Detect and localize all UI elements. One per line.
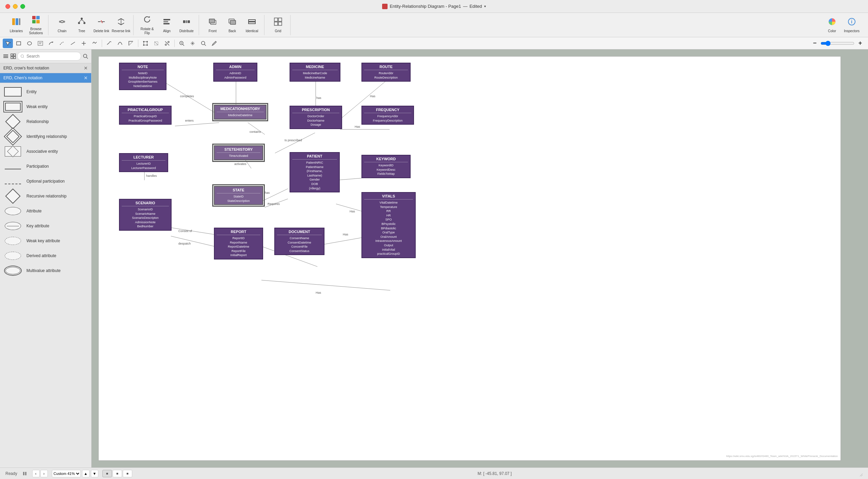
arc-tool[interactable] [126, 39, 136, 48]
zoom-down-button[interactable]: ▼ [91, 470, 98, 477]
svg-rect-39 [17, 42, 21, 45]
pan-tool[interactable] [188, 39, 198, 48]
entity-vitals[interactable]: VITALS VitalDatetimeTemperatureRRHRSPOBP… [361, 192, 416, 258]
library-crowfoot-header[interactable]: ERD, crow's foot notation ✕ [0, 63, 91, 73]
library-chen-close[interactable]: ✕ [84, 75, 88, 81]
svg-rect-70 [14, 57, 16, 59]
entity-document[interactable]: DOCUMENT ConsentNameConsentDatetimeConce… [274, 228, 324, 255]
ready-status: Ready [5, 471, 17, 476]
maximize-button[interactable] [20, 4, 25, 9]
connector-tool-3[interactable] [68, 39, 78, 48]
shape-item-key-attribute[interactable]: Key attribute [0, 218, 91, 233]
color-button[interactable]: Color [823, 15, 842, 35]
rotate-flip-button[interactable]: Rotate & Flip [138, 15, 157, 35]
entity-keyword[interactable]: KEYWORD KeywordIDKeywordDescFieldsToMap [361, 155, 411, 178]
distribute-button[interactable]: Distribute [177, 15, 196, 35]
sidebar-grid-view[interactable] [10, 51, 16, 61]
text-tool[interactable] [35, 39, 45, 48]
entity-statehistory[interactable]: STETEHISTORY TimeActivated [214, 145, 263, 160]
shape-item-recursive-relationship[interactable]: Recursive relationship [0, 189, 91, 204]
identical-button[interactable]: Identical [242, 15, 261, 35]
shape-item-attribute[interactable]: Attribute [0, 204, 91, 218]
page-tab-3[interactable]: ■ [123, 470, 132, 477]
rect-tool[interactable] [14, 39, 24, 48]
title-separator: — [463, 4, 468, 9]
select-tool[interactable] [3, 39, 13, 48]
shape-item-identifying-relationship[interactable]: Identifying relationship [0, 129, 91, 144]
prev-page-button[interactable]: ‹ [32, 470, 40, 477]
pen-tool[interactable] [209, 39, 219, 48]
shape-item-derived-attribute[interactable]: Derived attribute [0, 248, 91, 263]
shape-item-optional-participation[interactable]: Optional participation [0, 174, 91, 189]
entity-state[interactable]: STATE StateIDStateDescription [214, 186, 263, 205]
shape-item-relationship[interactable]: Relationship [0, 114, 91, 129]
library-crowfoot-close[interactable]: ✕ [84, 65, 88, 71]
zoom-slider[interactable] [821, 39, 854, 48]
search-button[interactable] [82, 51, 88, 61]
grid-button[interactable]: Grid [269, 15, 288, 35]
inspectors-button[interactable]: i Inspectors [842, 15, 861, 35]
entity-note[interactable]: NOTE NoteIDMultidisciplinaryNoteGroupMem… [119, 63, 166, 90]
entity-route[interactable]: ROUTE RouteAbbrRouteDescription [361, 63, 411, 82]
shape-item-associative-entity[interactable]: Associative entity [0, 144, 91, 159]
oval-tool[interactable] [24, 39, 35, 48]
shape-item-weak-entity[interactable]: Weak entity [0, 99, 91, 114]
bezier-tool[interactable] [115, 39, 125, 48]
zoom-in-btn[interactable]: + [855, 39, 865, 48]
magnify-tool[interactable] [198, 39, 209, 48]
pause-button[interactable] [21, 470, 28, 477]
svg-point-56 [165, 44, 166, 45]
connector-tool-1[interactable] [46, 39, 56, 48]
front-button[interactable]: Front [203, 15, 222, 35]
connector-tool-4[interactable] [79, 39, 89, 48]
svg-rect-67 [11, 54, 13, 56]
libraries-button[interactable]: Libraries [7, 15, 26, 35]
tools-separator-3 [174, 40, 175, 47]
canvas-area[interactable]: completes has Has enters contains Is pre… [92, 49, 868, 467]
zoom-up-button[interactable]: ▲ [82, 470, 90, 477]
freehand-tool[interactable] [104, 39, 114, 48]
tree-button[interactable]: Tree [72, 15, 91, 35]
browse-solutions-button[interactable]: Browse Solutions [26, 15, 45, 35]
search-input[interactable] [17, 52, 81, 61]
entity-lecturer[interactable]: LECTURER LecturerIDLecturerPassword [119, 153, 168, 172]
cut-tool[interactable] [162, 39, 172, 48]
entity-frequency[interactable]: FREQUENCY FrequencyAbbrFrequencyDescript… [361, 106, 414, 125]
next-page-button[interactable]: › [40, 470, 48, 477]
chain-label: Chain [58, 29, 66, 33]
sidebar-list-view[interactable] [3, 51, 9, 61]
reverse-link-button[interactable]: Reverse link [112, 15, 131, 35]
shape-item-weak-key-attribute[interactable]: Weak key attribute [0, 233, 91, 248]
entity-patient[interactable]: PATIENT PatientNRICPatientName(FirstName… [290, 152, 340, 192]
resize-handle[interactable] [857, 471, 863, 476]
back-button[interactable]: Back [223, 15, 242, 35]
entity-report[interactable]: REPORT ReportIDReportNameReportDatetimeR… [214, 228, 263, 259]
entity-practicalgroup[interactable]: PRACTICALGROUP PracticalGroupIDPractical… [119, 106, 172, 125]
shape-item-multivalue-attribute[interactable]: Multivalue attribute [0, 263, 91, 278]
connector-tool-5[interactable] [90, 39, 100, 48]
page-tab-2[interactable]: ■ [113, 470, 122, 477]
entity-medicine[interactable]: MEDICINE MedicineBarCodeMedicineName [290, 63, 340, 82]
library-chen-header[interactable]: ERD, Chen's notation ✕ [0, 73, 91, 83]
connector-tool-2[interactable] [57, 39, 67, 48]
chain-button[interactable]: Chain [53, 15, 72, 35]
diagram-canvas[interactable]: completes has Has enters contains Is pre… [98, 56, 841, 461]
entity-medicationhistory[interactable]: MEDICATIONHISTORY MedicineDatetime [214, 105, 267, 120]
zoom-in-tool[interactable] [177, 39, 187, 48]
svg-rect-2 [19, 18, 20, 25]
zoom-select[interactable]: Custom 41% 25% 50% 75% 100% 150% 200% [52, 470, 81, 477]
minimize-button[interactable] [13, 4, 18, 9]
zoom-out-btn[interactable]: − [810, 39, 820, 48]
delete-link-button[interactable]: Delete link [92, 15, 111, 35]
entity-admin[interactable]: ADMIN AdminIDAdminPassword [213, 63, 257, 82]
entity-scenario[interactable]: SCENARIO ScenarioIDScenarioNameScenarioD… [119, 199, 172, 231]
align-button[interactable]: Align [157, 15, 176, 35]
shape-item-entity[interactable]: Entity [0, 84, 91, 99]
weak-entity-preview [4, 101, 22, 112]
shape-item-participation[interactable]: Participation [0, 159, 91, 174]
crop-tool[interactable] [151, 39, 161, 48]
reshape-tool[interactable] [140, 39, 151, 48]
entity-prescription[interactable]: PRESCRIPTION DoctorOrderDoctorNameDosage [290, 106, 342, 129]
page-tab-1[interactable]: ■ [102, 470, 112, 477]
close-button[interactable] [5, 4, 10, 9]
